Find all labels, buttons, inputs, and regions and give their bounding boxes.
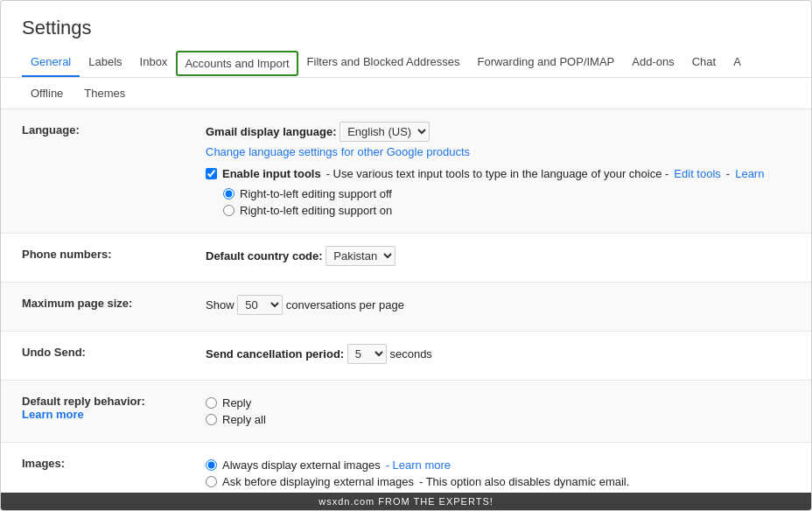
tab-general[interactable]: General bbox=[22, 48, 80, 78]
ask-before-radio[interactable] bbox=[206, 476, 217, 487]
reply-label: Default reply behavior: bbox=[22, 395, 206, 408]
reply-all-option-label[interactable]: Reply all bbox=[206, 413, 790, 426]
page-title: Settings bbox=[1, 1, 811, 48]
reply-radio[interactable] bbox=[206, 397, 217, 409]
country-code-label: Default country code: bbox=[206, 249, 323, 262]
sub-tabs-row: Offline Themes bbox=[1, 78, 811, 109]
images-label: Images: bbox=[22, 455, 206, 470]
tab-chat[interactable]: Chat bbox=[683, 48, 724, 78]
tab-addons[interactable]: Add-ons bbox=[623, 48, 682, 78]
reply-value-col: Reply Reply all bbox=[206, 393, 790, 430]
subtab-themes[interactable]: Themes bbox=[75, 81, 134, 105]
rtl-off-text: Right-to-left editing support off bbox=[240, 187, 392, 200]
rtl-off-label[interactable]: Right-to-left editing support off bbox=[223, 187, 790, 200]
tab-labels[interactable]: Labels bbox=[80, 48, 130, 78]
dash-learn: - bbox=[726, 167, 730, 180]
display-language-select[interactable]: English (US) bbox=[340, 122, 430, 142]
phone-row: Phone numbers: Default country code: Pak… bbox=[1, 234, 811, 283]
enable-input-tools-text: Enable input tools bbox=[222, 167, 321, 180]
page-size-label: Maximum page size: bbox=[22, 295, 206, 310]
ask-before-desc: - This option also disables dynamic emai… bbox=[419, 475, 629, 488]
tab-inbox[interactable]: Inbox bbox=[131, 48, 177, 78]
page-size-value-col: Show 50 25 100 conversations per page bbox=[206, 295, 790, 318]
learn-link[interactable]: Learn bbox=[735, 167, 764, 180]
always-display-text: Always display external images bbox=[222, 458, 381, 472]
language-row: Language: Gmail display language: Englis… bbox=[1, 109, 811, 234]
undo-send-label: Undo Send: bbox=[22, 344, 206, 359]
per-page-label: conversations per page bbox=[286, 298, 404, 312]
ask-before-label[interactable]: Ask before displaying external images - … bbox=[206, 475, 790, 488]
always-display-label[interactable]: Always display external images - Learn m… bbox=[206, 458, 790, 472]
rtl-on-text: Right-to-left editing support on bbox=[240, 204, 392, 217]
images-value-col: Always display external images - Learn m… bbox=[206, 455, 790, 492]
display-language-label: Gmail display language: bbox=[206, 125, 337, 138]
tabs-row: General Labels Inbox Accounts and Import… bbox=[1, 48, 811, 78]
settings-content: Language: Gmail display language: Englis… bbox=[1, 109, 811, 505]
cancellation-period-select[interactable]: 5 10 20 30 bbox=[347, 344, 387, 364]
language-label: Language: bbox=[22, 122, 206, 136]
images-learn-more-link[interactable]: - Learn more bbox=[386, 458, 451, 472]
enable-input-tools-checkbox[interactable] bbox=[206, 168, 217, 179]
tab-forwarding[interactable]: Forwarding and POP/IMAP bbox=[468, 48, 623, 78]
reply-row: Default reply behavior: Learn more Reply… bbox=[1, 381, 811, 443]
phone-value-col: Default country code: Pakistan bbox=[206, 246, 790, 270]
tab-accounts-import[interactable]: Accounts and Import bbox=[176, 51, 298, 76]
reply-learn-more[interactable]: Learn more bbox=[22, 408, 84, 421]
enable-input-tools-label[interactable]: Enable input tools - Use various text in… bbox=[206, 167, 790, 180]
reply-text: Reply bbox=[222, 396, 251, 410]
country-code-select[interactable]: Pakistan bbox=[326, 246, 396, 266]
phone-label: Phone numbers: bbox=[22, 246, 206, 261]
undo-send-value-col: Send cancellation period: 5 10 20 30 sec… bbox=[206, 344, 790, 368]
watermark: wsxdn.com FROM THE EXPERTS! bbox=[1, 493, 811, 510]
seconds-label: seconds bbox=[389, 347, 431, 360]
always-display-radio[interactable] bbox=[206, 459, 217, 471]
language-value-col: Gmail display language: English (US) Cha… bbox=[206, 122, 790, 220]
tab-more[interactable]: A bbox=[724, 48, 750, 78]
rtl-on-radio[interactable] bbox=[223, 205, 234, 216]
undo-send-row: Undo Send: Send cancellation period: 5 1… bbox=[1, 332, 811, 381]
reply-all-radio[interactable] bbox=[206, 414, 217, 425]
ask-before-text: Ask before displaying external images bbox=[222, 475, 414, 488]
rtl-on-label[interactable]: Right-to-left editing support on bbox=[223, 204, 790, 217]
page-size-row: Maximum page size: Show 50 25 100 conver… bbox=[1, 283, 811, 332]
subtab-offline[interactable]: Offline bbox=[22, 81, 72, 105]
change-language-link[interactable]: Change language settings for other Googl… bbox=[206, 145, 470, 158]
rtl-off-radio[interactable] bbox=[223, 188, 234, 200]
show-label: Show bbox=[206, 298, 234, 312]
reply-all-text: Reply all bbox=[222, 413, 266, 426]
reply-option-label[interactable]: Reply bbox=[206, 396, 790, 410]
cancellation-label: Send cancellation period: bbox=[206, 347, 344, 360]
page-size-select[interactable]: 50 25 100 bbox=[237, 295, 283, 315]
tab-filters[interactable]: Filters and Blocked Addresses bbox=[298, 48, 469, 78]
settings-window: Settings General Labels Inbox Accounts a… bbox=[0, 0, 812, 511]
enable-input-tools-desc: - Use various text input tools to type i… bbox=[326, 167, 669, 180]
edit-tools-link[interactable]: Edit tools bbox=[674, 167, 720, 180]
reply-label-col: Default reply behavior: Learn more bbox=[22, 393, 206, 421]
